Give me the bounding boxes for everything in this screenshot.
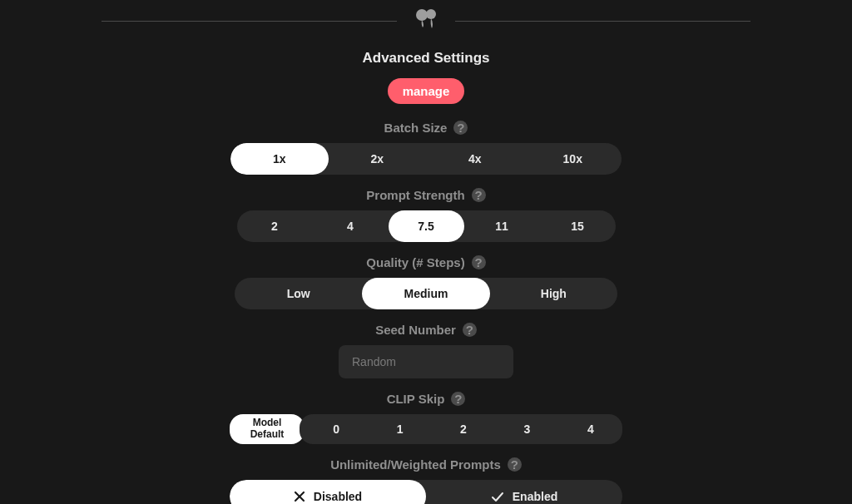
disabled-label: Disabled: [314, 490, 362, 503]
prompt-strength-selector: 2 4 7.5 11 15: [237, 210, 616, 242]
weighted-option-disabled[interactable]: Disabled: [230, 480, 426, 504]
batch-option-1x[interactable]: 1x: [230, 143, 329, 175]
prompt-strength-option-2[interactable]: 2: [237, 210, 313, 242]
page-title: Advanced Settings: [362, 50, 489, 67]
divider-right: [455, 21, 750, 22]
svg-point-0: [416, 9, 428, 21]
close-icon: [294, 491, 305, 502]
help-icon[interactable]: ?: [472, 255, 486, 269]
quality-option-medium[interactable]: Medium: [362, 278, 489, 309]
weighted-option-enabled[interactable]: Enabled: [426, 480, 622, 504]
clip-skip-option-default[interactable]: Model Default: [230, 414, 305, 444]
help-icon[interactable]: ?: [463, 323, 477, 337]
prompt-strength-option-11[interactable]: 11: [464, 210, 540, 242]
prompt-strength-option-15[interactable]: 15: [540, 210, 616, 242]
clip-skip-label-row: CLIP Skip ?: [387, 392, 466, 406]
clip-skip-option-2[interactable]: 2: [432, 414, 495, 444]
batch-option-2x[interactable]: 2x: [329, 143, 427, 175]
quality-option-low[interactable]: Low: [235, 278, 362, 309]
seed-input[interactable]: [339, 345, 513, 378]
quality-selector: Low Medium High: [235, 278, 617, 309]
prompt-strength-option-7-5[interactable]: 7.5: [389, 210, 464, 242]
clip-skip-options-rest: 0 1 2 3 4: [300, 414, 622, 444]
batch-size-label: Batch Size: [384, 121, 448, 135]
enabled-label: Enabled: [513, 490, 557, 503]
weighted-prompts-label-row: Unlimited/Weighted Prompts ?: [330, 457, 522, 472]
divider-left: [102, 21, 397, 22]
manage-button[interactable]: manage: [388, 78, 465, 104]
batch-size-label-row: Batch Size ?: [384, 121, 468, 135]
section-header: [102, 7, 750, 35]
svg-point-1: [426, 9, 436, 19]
advanced-settings-panel: Advanced Settings manage Batch Size ? 1x…: [0, 0, 852, 504]
prompt-strength-label: Prompt Strength: [366, 188, 464, 202]
quality-label: Quality (# Steps): [366, 255, 464, 269]
clip-skip-selector: Model Default 0 1 2 3 4: [230, 414, 622, 444]
clip-skip-option-4[interactable]: 4: [559, 414, 622, 444]
help-icon[interactable]: ?: [508, 457, 522, 472]
clip-skip-label: CLIP Skip: [387, 392, 445, 406]
batch-size-selector: 1x 2x 4x 10x: [230, 143, 622, 175]
batch-option-4x[interactable]: 4x: [426, 143, 524, 175]
help-icon[interactable]: ?: [451, 392, 465, 406]
weighted-prompts-toggle: Disabled Enabled: [230, 480, 622, 504]
seed-label-row: Seed Number ?: [375, 323, 477, 337]
weighted-prompts-label: Unlimited/Weighted Prompts: [330, 457, 501, 472]
drip-icon: [412, 7, 440, 35]
prompt-strength-option-4[interactable]: 4: [313, 210, 389, 242]
help-icon[interactable]: ?: [472, 188, 486, 202]
prompt-strength-label-row: Prompt Strength ?: [366, 188, 485, 202]
quality-option-high[interactable]: High: [490, 278, 617, 309]
clip-skip-option-3[interactable]: 3: [495, 414, 558, 444]
clip-skip-option-1[interactable]: 1: [368, 414, 431, 444]
help-icon[interactable]: ?: [453, 121, 468, 135]
check-icon: [491, 491, 504, 502]
clip-skip-option-0[interactable]: 0: [305, 414, 368, 444]
quality-label-row: Quality (# Steps) ?: [366, 255, 485, 269]
seed-label: Seed Number: [375, 323, 456, 337]
batch-option-10x[interactable]: 10x: [524, 143, 622, 175]
